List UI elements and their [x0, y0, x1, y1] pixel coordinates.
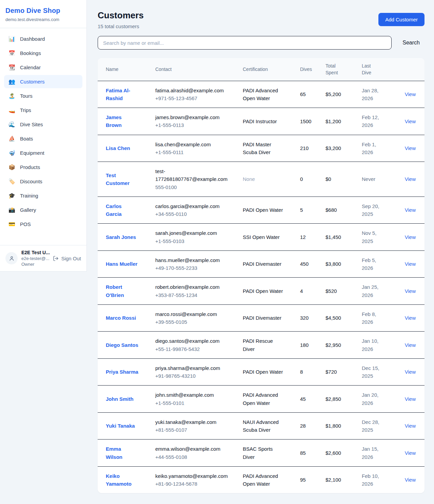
table-row: Sarah Jonessarah.jones@example.com+1-555… — [98, 224, 425, 251]
customer-phone: +971-55-123-4567 — [155, 94, 236, 102]
sidebar-item-label: Training — [20, 193, 38, 199]
table-row: Keiko Yamamotokeiko.yamamoto@example.com… — [98, 466, 425, 493]
customer-name-link[interactable]: Emma Wilson — [106, 445, 138, 461]
sidebar-item-dashboard[interactable]: 📊Dashboard — [4, 32, 82, 45]
customer-name-link[interactable]: Carlos Garcia — [106, 202, 138, 218]
view-cell: View — [395, 386, 425, 413]
customer-last-dive: Dec 28, 2025 — [362, 418, 382, 434]
customer-name-link[interactable]: Test Customer — [106, 171, 138, 187]
sidebar-item-bookings[interactable]: 📅Bookings — [4, 46, 82, 60]
customer-name-link[interactable]: Sarah Jones — [106, 233, 136, 241]
view-link[interactable]: View — [405, 450, 416, 456]
sidebar-item-label: Products — [20, 164, 40, 170]
certification-cell: BSAC Sports Diver — [239, 440, 297, 467]
graduation-cap-icon: 🎓 — [8, 192, 16, 199]
name-cell: Sarah Jones — [98, 224, 152, 251]
view-link[interactable]: View — [405, 396, 416, 402]
contact-cell: diego.santos@example.com+55-11-99876-543… — [152, 332, 239, 359]
customer-count: 15 total customers — [98, 23, 144, 29]
customer-email: robert.obrien@example.com — [155, 283, 236, 291]
customer-dives: 95 — [297, 466, 322, 493]
last-dive-cell: Dec 28, 2025 — [358, 412, 395, 440]
view-link[interactable]: View — [405, 477, 416, 483]
last-dive-cell: Jan 25, 2026 — [358, 278, 395, 305]
view-link[interactable]: View — [405, 342, 416, 348]
sidebar-nav: 📊Dashboard📅Bookings📆Calendar👥Customers🏝️… — [0, 28, 86, 245]
sign-out-button[interactable]: Sign Out — [53, 256, 81, 261]
view-link[interactable]: View — [405, 234, 416, 240]
tag-icon: 🏷️ — [8, 178, 16, 185]
column-header-name: Name — [98, 58, 152, 81]
customer-name-link[interactable]: Keiko Yamamoto — [106, 472, 138, 488]
view-link[interactable]: View — [405, 288, 416, 294]
customer-phone: +39-555-0105 — [155, 318, 236, 326]
view-link[interactable]: View — [405, 423, 416, 429]
sidebar-item-gallery[interactable]: 📸Gallery — [4, 203, 82, 217]
sidebar-item-label: Tours — [20, 93, 33, 99]
sidebar-item-equipment[interactable]: 🤿Equipment — [4, 146, 82, 160]
customer-name-link[interactable]: Robert O'Brien — [106, 283, 138, 299]
sidebar-item-dive-sites[interactable]: 🌊Dive Sites — [4, 118, 82, 131]
customer-name-link[interactable]: James Brown — [106, 113, 138, 129]
sidebar-item-discounts[interactable]: 🏷️Discounts — [4, 175, 82, 188]
customer-email: sarah.jones@example.com — [155, 229, 236, 237]
sidebar-item-pos[interactable]: 💳POS — [4, 218, 82, 231]
customer-certification: SSI Open Water — [243, 233, 280, 241]
contact-cell: keiko.yamamoto@example.com+81-90-1234-56… — [152, 466, 239, 493]
view-link[interactable]: View — [405, 176, 416, 182]
customer-phone: +34-555-0110 — [155, 210, 236, 218]
sidebar-item-products[interactable]: 📦Products — [4, 161, 82, 174]
contact-cell: yuki.tanaka@example.com+81-555-0107 — [152, 412, 239, 440]
customer-name-link[interactable]: Yuki Tanaka — [106, 422, 135, 430]
view-link[interactable]: View — [405, 315, 416, 321]
customer-dives: 1500 — [297, 108, 322, 135]
customer-name-link[interactable]: John Smith — [106, 395, 134, 403]
sidebar-item-customers[interactable]: 👥Customers — [4, 75, 82, 88]
customer-name-link[interactable]: Marco Rossi — [106, 314, 136, 322]
wave-icon: 🌊 — [8, 121, 16, 128]
customer-name-link[interactable]: Priya Sharma — [106, 368, 138, 376]
sidebar-user-section: E2E Test U... e2e-tester@... Owner Sign … — [0, 245, 86, 271]
customer-total-spent: $2,850 — [322, 386, 358, 413]
customer-last-dive: Jan 10, 2026 — [362, 337, 382, 353]
search-button[interactable]: Search — [398, 40, 425, 46]
sidebar-header: Demo Dive Shop demo.test.divestreams.com — [0, 0, 86, 28]
sidebar-item-label: Boats — [20, 136, 33, 142]
last-dive-cell: Jan 28, 2026 — [358, 81, 395, 108]
name-cell: James Brown — [98, 108, 152, 135]
customer-phone: +91-98765-43210 — [155, 372, 236, 380]
sidebar-item-boats[interactable]: ⛵Boats — [4, 132, 82, 145]
last-dive-cell: Jan 10, 2026 — [358, 332, 395, 359]
customer-name-link[interactable]: Diego Santos — [106, 341, 138, 349]
customer-name-link[interactable]: Fatima Al-Rashid — [106, 87, 138, 102]
sidebar-item-trips[interactable]: 🚤Trips — [4, 104, 82, 117]
view-link[interactable]: View — [405, 261, 416, 267]
search-input[interactable] — [98, 36, 392, 50]
view-link[interactable]: View — [405, 369, 416, 375]
customer-certification: PADI Open Water — [243, 368, 283, 376]
customer-last-dive: Dec 15, 2025 — [362, 364, 382, 380]
certification-cell: SSI Open Water — [239, 224, 297, 251]
customer-name-link[interactable]: Hans Mueller — [106, 260, 137, 268]
diving-mask-icon: 🤿 — [8, 150, 16, 156]
view-link[interactable]: View — [405, 207, 416, 213]
sidebar-item-calendar[interactable]: 📆Calendar — [4, 61, 82, 74]
customer-name-link[interactable]: Lisa Chen — [106, 144, 130, 152]
customer-last-dive: Feb 12, 2026 — [362, 113, 382, 129]
view-link[interactable]: View — [405, 118, 416, 124]
table-row: Test Customertest-1772681807767@example.… — [98, 162, 425, 197]
customer-last-dive: Jan 25, 2026 — [362, 283, 382, 299]
customer-dives: 0 — [297, 162, 322, 197]
page-header: Customers 15 total customers Add Custome… — [98, 10, 425, 29]
view-cell: View — [395, 304, 425, 332]
add-customer-button[interactable]: Add Customer — [378, 13, 425, 26]
certification-cell: None — [239, 162, 297, 197]
customer-last-dive: Feb 1, 2026 — [362, 141, 382, 156]
sidebar-item-tours[interactable]: 🏝️Tours — [4, 89, 82, 102]
column-header-label: Total Spent — [326, 62, 342, 76]
sidebar-item-training[interactable]: 🎓Training — [4, 189, 82, 202]
view-link[interactable]: View — [405, 145, 416, 151]
sidebar-item-label: Dive Sites — [20, 122, 43, 127]
contact-cell: test-1772681807767@example.com555-0100 — [152, 162, 239, 197]
view-link[interactable]: View — [405, 91, 416, 97]
